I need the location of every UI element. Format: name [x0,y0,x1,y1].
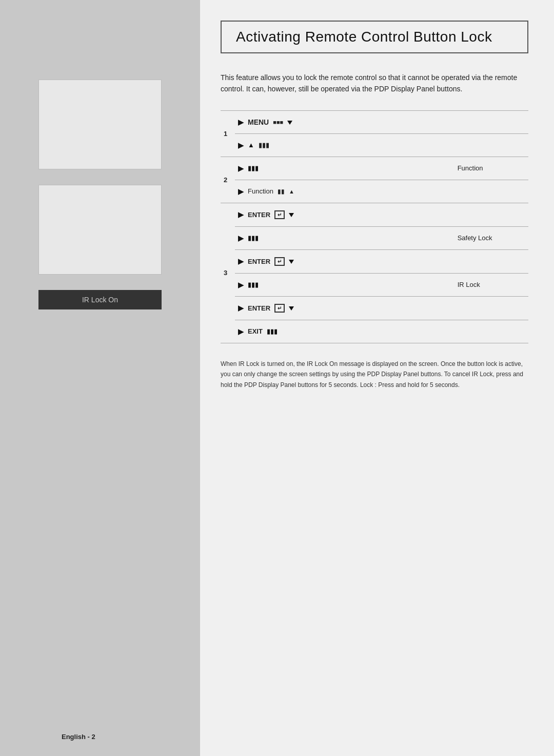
step-1-cell-a: ▶ MENU ■■■ [235,110,507,133]
remote-icon-2b: ▶ [238,187,244,196]
step-3-enter-text-e: ENTER [248,304,270,312]
step-2-num: 2 [221,157,235,203]
footer-text: English - 2 [62,733,95,741]
step-1-cross-icon: ▲ [248,141,254,149]
step-3-cell-a: ▶ ENTER ↵ [235,203,507,226]
step-3-arrow-down-e [289,304,294,312]
step-2-row-b: ▶ Function ▮▮ ▲ [221,180,528,203]
step-2-row-a: 2 ▶ ▮▮▮ Function [221,157,528,180]
step-3-line-1: ▶ ENTER ↵ [238,210,504,219]
footer: English - 2 [62,733,95,741]
enter-symbol-1: ↵ [274,210,285,219]
step-1-arrow-down [287,118,292,126]
step-1-line-1: ▶ MENU ■■■ [238,118,504,126]
step-3-line-6: ▶ EXIT ▮▮▮ [238,327,504,336]
step-2-function-text: Function [248,187,273,195]
step-1-row-b: ▶ ▲ ▮▮▮ [221,133,528,157]
page-title: Activating Remote Control Button Lock [236,29,513,45]
step-2-cell-a: ▶ ▮▮▮ Function [235,157,507,180]
step-3-ir-lock: IR Lock [458,281,504,288]
main-content: Activating Remote Control Button Lock Th… [200,0,554,756]
step-1-side-b [507,133,528,157]
step-3-cell-e: ▶ ENTER ↵ [235,296,507,320]
step-3-side-f [507,320,528,343]
step-3-line-3: ▶ ENTER ↵ [238,257,504,266]
step-1-num: 1 [221,110,235,157]
device-image-2 [38,185,162,275]
step-3-row-b: ▶ ▮▮▮ Safety Lock [221,226,528,249]
step-3-row-f: ▶ EXIT ▮▮▮ [221,320,528,343]
device-image-1 [38,80,162,169]
step-3-exit-icons: ▮▮▮ [267,327,278,335]
step-3-enter-text-c: ENTER [248,258,270,265]
step-3-row-a: 3 ▶ ENTER ↵ [221,203,528,226]
enter-symbol-3: ↵ [274,304,285,313]
step-3-row-c: ▶ ENTER ↵ [221,249,528,273]
step-3-side-e [507,296,528,320]
step-1-speaker: ▮▮▮ [259,141,269,149]
remote-icon-3a: ▶ [238,210,244,219]
step-2-arrow-up: ▲ [289,188,294,195]
step-3-exit-text: EXIT [248,327,263,335]
step-2-line-2: ▶ Function ▮▮ ▲ [238,187,504,196]
enter-symbol-2: ↵ [274,257,285,266]
remote-icon-3b: ▶ [238,234,244,242]
left-sidebar: IR Lock On [0,0,200,756]
step-2-line-1: ▶ ▮▮▮ Function [238,164,504,172]
page-container: IR Lock On Activating Remote Control But… [0,0,554,756]
step-3-line-5: ▶ ENTER ↵ [238,304,504,313]
step-3-side-a [507,203,528,226]
step-3-icons-b: ▮▮▮ [248,234,259,242]
step-3-cell-f: ▶ EXIT ▮▮▮ [235,320,507,343]
note-section: When IR Lock is turned on, the IR Lock O… [221,359,528,390]
step-3-arrow-down-1 [289,211,294,219]
step-1-menu-text: MENU [248,118,269,126]
step-1-line-2: ▶ ▲ ▮▮▮ [238,141,504,149]
step-3-cell-d: ▶ ▮▮▮ IR Lock [235,273,507,296]
step-1-cell-b: ▶ ▲ ▮▮▮ [235,133,507,157]
description-text: This feature allows you to lock the remo… [221,72,528,95]
step-1-boxes: ■■■ [273,119,283,125]
step-3-line-4: ▶ ▮▮▮ IR Lock [238,281,504,289]
step-1-row-a: 1 ▶ MENU ■■■ [221,110,528,133]
steps-table: 1 ▶ MENU ■■■ [221,110,528,343]
remote-icon-3c: ▶ [238,257,244,265]
note-text: When IR Lock is turned on, the IR Lock O… [221,359,528,390]
remote-icon-2a: ▶ [238,164,244,172]
step-3-enter-text: ENTER [248,211,270,219]
remote-icon-1: ▶ [238,118,244,126]
remote-icon-3d: ▶ [238,281,244,289]
step-3-row-d: ▶ ▮▮▮ IR Lock [221,273,528,296]
step-3-row-e: ▶ ENTER ↵ [221,296,528,320]
step-3-icons-d: ▮▮▮ [248,281,259,288]
ir-lock-label: IR Lock On [38,290,162,309]
step-2-icons: ▮▮▮ [248,164,259,172]
step-3-line-2: ▶ ▮▮▮ Safety Lock [238,234,504,242]
step-3-side-c [507,249,528,273]
step-3-cell-c: ▶ ENTER ↵ [235,249,507,273]
step-3-arrow-down-c [289,258,294,265]
remote-icon-3f: ▶ [238,327,244,336]
remote-icon-3e: ▶ [238,304,244,312]
step-2-speaker: ▮▮ [278,188,285,195]
step-2-side-label-a: Function [458,164,504,172]
step-3-cell-b: ▶ ▮▮▮ Safety Lock [235,226,507,249]
step-1-side-a [507,110,528,133]
step-2-cell-b: ▶ Function ▮▮ ▲ [235,180,507,203]
title-box: Activating Remote Control Button Lock [221,21,528,53]
remote-icon-1b: ▶ [238,141,244,149]
step-3-safety-lock: Safety Lock [458,234,504,242]
step-3-num: 3 [221,203,235,343]
